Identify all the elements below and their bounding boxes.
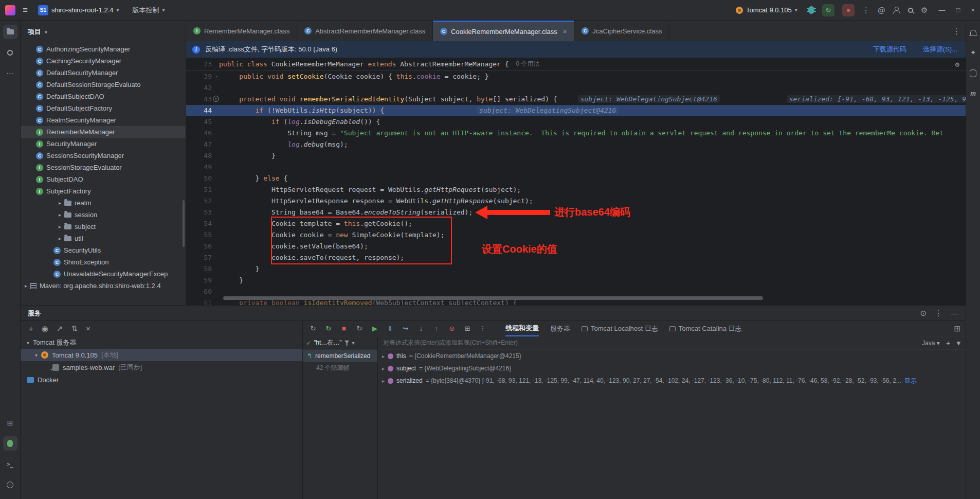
notifications-button[interactable] (966, 25, 980, 39)
horizontal-scrollbar[interactable] (223, 296, 763, 300)
code-line[interactable]: 45 if (log.isDebugEnabled()) { (186, 116, 966, 128)
project-tree-item[interactable]: CDefaultSubjectDAO (21, 91, 186, 102)
editor-tab[interactable]: IRememberMeManager.class (186, 21, 297, 41)
mentions-icon[interactable]: @ (878, 6, 885, 14)
code-line[interactable]: 57 cookie.saveTo(request, response); (186, 252, 966, 263)
override-marker-icon[interactable]: ↑ (213, 96, 219, 102)
project-tree-item[interactable]: ISessionStorageEvaluator (21, 162, 186, 173)
close-tab-icon[interactable]: × (563, 28, 567, 35)
debug-tool-button[interactable] (3, 436, 17, 451)
debugger-tab[interactable]: Tomcat Catalina 日志 (669, 321, 742, 336)
variable-row[interactable]: ▸this = {CookieRememberMeManager@4215} (378, 350, 966, 362)
thread-selector[interactable]: ✓ "ht…在…" ▾ (303, 336, 377, 350)
chevron-down-icon[interactable]: ▾ (956, 339, 960, 347)
settings-icon[interactable]: ⚙ (921, 6, 928, 14)
refresh-icon[interactable]: ↻ (354, 325, 365, 332)
rerun-button[interactable]: ↻ (822, 4, 834, 16)
rerun-debug-icon[interactable]: ↻ (323, 325, 334, 332)
project-tree-item[interactable]: ▸realm (21, 197, 186, 209)
variable-row[interactable]: ▸serialized = {byte[384]@4370} [-91, -68… (378, 375, 966, 387)
editor-tab[interactable]: CAbstractRememberMeManager.class (297, 21, 433, 41)
more-icon[interactable]: ⋮ (478, 325, 488, 332)
project-tree-item[interactable]: IRememberMeManager (21, 126, 186, 138)
step-out-icon[interactable]: ↑ (431, 325, 442, 332)
project-tree-item[interactable]: ▸subject (21, 221, 186, 233)
code-line[interactable]: 60 (186, 286, 966, 297)
project-tree-item[interactable]: ISecurityManager (21, 138, 186, 150)
editor-tab[interactable]: CJcaCipherService.class (574, 21, 669, 41)
add-icon[interactable]: + (29, 325, 33, 332)
project-tree-item[interactable]: ISubjectDAO (21, 173, 186, 185)
code-with-me-icon[interactable] (893, 7, 900, 14)
editor-settings-icon[interactable]: ⚙ (955, 60, 959, 68)
chevron-right-icon[interactable]: ▸ (382, 378, 385, 384)
more-tools-icon[interactable]: ⋯ (3, 66, 17, 80)
pause-icon[interactable]: ‖ (385, 325, 395, 332)
layout-icon[interactable]: ⊞ (954, 325, 960, 332)
debugger-tab[interactable]: 线程和变量 (505, 321, 539, 336)
database-button[interactable] (966, 66, 980, 80)
code-line[interactable]: 55 Cookie cookie = new SimpleCookie(temp… (186, 229, 966, 241)
stack-frame-item[interactable]: ↰rememberSerialized (303, 350, 377, 362)
variable-row[interactable]: ▸subject = {WebDelegatingSubject@4216} (378, 362, 966, 375)
close-button[interactable]: × (971, 6, 975, 14)
code-editor[interactable]: 39› public void setCookie(Cookie cookie)… (186, 71, 966, 305)
project-tree-item[interactable]: CDefaultSubjectFactory (21, 102, 186, 114)
tab-options-icon[interactable]: ⋮ (953, 27, 960, 35)
code-line[interactable]: 49 (186, 162, 966, 173)
add-watch-icon[interactable]: + (946, 339, 951, 347)
show-more-link[interactable]: 显示 (904, 377, 917, 385)
maven-button[interactable]: m (966, 86, 980, 101)
resume-icon[interactable]: ▶ (370, 325, 380, 332)
stop-icon[interactable]: ■ (339, 325, 349, 332)
project-tree-item[interactable]: CRealmSecurityManager (21, 114, 186, 126)
code-line[interactable]: 58 } (186, 263, 966, 275)
code-line[interactable]: 54 Cookie template = this.getCookie(); (186, 218, 966, 229)
code-line[interactable]: 48 } (186, 150, 966, 162)
view-breakpoints-icon[interactable]: ⊞ (462, 325, 473, 332)
project-selector[interactable]: S1 shiro-shiro-root-1.2.4 ▾ (35, 4, 122, 17)
language-selector[interactable]: Java ▾ (922, 340, 940, 347)
project-tree-item[interactable]: CShiroException (21, 256, 186, 268)
run-config-selector[interactable]: Tomcat 9.0.105 ▾ (733, 5, 801, 15)
debugger-tab[interactable]: 服务器 (550, 321, 570, 336)
fold-icon[interactable]: › (214, 71, 218, 82)
open-in-new-icon[interactable]: ↗ (57, 325, 63, 332)
service-tree-item[interactable]: samples-web.war[已同步] (21, 361, 302, 373)
step-over-icon[interactable]: ↪ (401, 325, 411, 332)
code-line[interactable]: 51 HttpServletRequest request = WebUtils… (186, 184, 966, 195)
service-tree-item[interactable]: ▾Tomcat 服务器 (21, 336, 302, 349)
filter-icon[interactable] (344, 341, 350, 346)
project-tree-item[interactable]: CSessionsSecurityManager (21, 150, 186, 162)
service-tree-item[interactable]: Docker (21, 373, 302, 386)
hide-panel-icon[interactable]: — (951, 309, 958, 317)
editor-tab[interactable]: CCookieRememberMeManager.class× (433, 21, 574, 41)
choose-sources-link[interactable]: 选择源(S)... (923, 45, 957, 54)
commit-tool-button[interactable] (3, 45, 17, 60)
project-tree-item[interactable]: ISubjectFactory (21, 185, 186, 197)
mute-breakpoints-icon[interactable]: ⊘ (447, 325, 457, 332)
chevron-right-icon[interactable]: ▸ (382, 353, 385, 359)
code-line[interactable]: 44 if (!WebUtils.isHttp(subject)) {subje… (186, 105, 966, 116)
code-line[interactable]: 50 } else { (186, 173, 966, 184)
vcs-selector[interactable]: 版本控制 ▾ (130, 4, 168, 16)
more-actions-icon[interactable]: ⋮ (862, 6, 870, 14)
code-line[interactable]: 39› public void setCookie(Cookie cookie)… (186, 71, 966, 82)
view-options-icon[interactable]: ◉ (42, 325, 48, 332)
search-icon[interactable] (908, 8, 913, 13)
ai-assistant-button[interactable]: ✦ (966, 45, 980, 60)
project-tree-item[interactable]: CDefaultSessionStorageEvaluato (21, 79, 186, 91)
code-line[interactable]: 43↑ protected void rememberSerializedIde… (186, 94, 966, 105)
maximize-button[interactable]: □ (956, 6, 960, 14)
project-tree-item[interactable]: ▸session (21, 209, 186, 221)
code-line[interactable]: 46 String msg = "Subject argument is not… (186, 128, 966, 139)
service-tree-item[interactable]: ▾Tomcat 9.0.105[本地] (21, 349, 302, 361)
project-tool-button[interactable] (3, 25, 17, 39)
debugger-tab[interactable]: Tomcat Localhost 日志 (582, 321, 658, 336)
project-tree-item[interactable]: CCachingSecurityManager (21, 55, 186, 67)
code-line[interactable]: 47 log.debug(msg); (186, 139, 966, 150)
project-tree-item[interactable]: CDefaultSecurityManager (21, 67, 186, 79)
project-tree-item[interactable]: CAuthorizingSecurityManager (21, 43, 186, 55)
evaluate-expression-bar[interactable]: 对表达式求值(Enter)或添加监视(Ctrl+Shift+Enter) Jav… (378, 336, 966, 350)
more-options-icon[interactable]: ⋮ (935, 309, 942, 317)
